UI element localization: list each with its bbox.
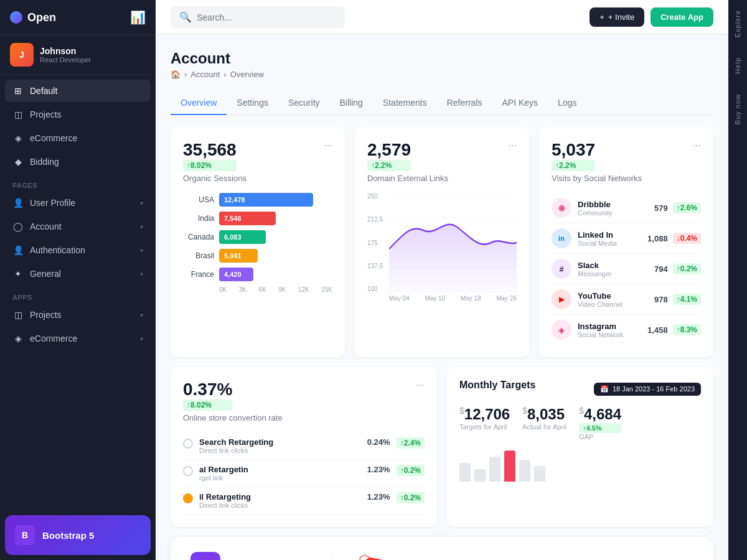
chevron-down-icon: ▾ (140, 335, 143, 342)
bar-brasil: 5,041 (219, 249, 258, 263)
social-item-linkedin: in Linked In Social Media 1,088 ↓0.4% (552, 223, 701, 254)
tab-api-keys[interactable]: API Keys (492, 91, 548, 115)
search-input[interactable] (197, 12, 336, 22)
mini-bar (519, 460, 530, 482)
actual-label: Actual for April (522, 423, 566, 431)
topbar: 🔍 + + Invite Create App (156, 0, 728, 35)
more-options-icon[interactable]: ··· (693, 140, 701, 151)
conversion-rate-card: 0.37% ↑8.02% ··· Online store convertion… (171, 367, 437, 527)
conv-item-sub: Direct link clicks (199, 447, 273, 454)
gap: $4,684 ↑4.5% GAP (579, 406, 621, 441)
social-badge: ↑8.3% (673, 324, 701, 335)
breadcrumb-account[interactable]: Account (190, 70, 220, 79)
sidebar-item-ecommerce[interactable]: ◈ eCommerce (5, 127, 151, 149)
sidebar-item-general[interactable]: ✦ General ▾ (5, 263, 151, 285)
social-value: 579 (654, 203, 668, 213)
search-bar[interactable]: 🔍 (171, 6, 345, 28)
sidebar-item-label: Projects (30, 110, 62, 119)
mini-bar-highlight (504, 450, 515, 482)
buy-now-label[interactable]: Buy now (729, 84, 746, 134)
framework-overlay: B Bootstrap 5 Laravel (171, 537, 713, 560)
tab-statements[interactable]: Statements (373, 91, 437, 115)
sidebar-item-projects[interactable]: ◫ Projects (5, 103, 151, 126)
user-name: Johnson (40, 46, 91, 56)
conv-item: Search Retargeting Direct link clicks 0.… (183, 432, 425, 460)
tab-security[interactable]: Security (278, 91, 330, 115)
sidebar-item-label: User Profile (30, 198, 75, 208)
bootstrap-item: B Bootstrap 5 (190, 552, 306, 560)
bootstrap-label: Bootstrap 5 (42, 530, 94, 541)
calendar-icon: 📅 (600, 385, 609, 393)
targets-values: $12,706 Targets for April $8,035 Actual … (459, 406, 701, 441)
social-badge: ↑2.6% (673, 202, 701, 213)
conv-item-sub: Direct link clicks (199, 502, 251, 509)
conv-pct: 1.23% (367, 492, 390, 502)
social-value: 1,458 (647, 325, 668, 335)
social-value: 794 (654, 264, 668, 274)
social-item-instagram: ◈ Instagram Social Network 1,458 ↑8.3% (552, 315, 701, 345)
chevron-down-icon: ▾ (140, 200, 143, 207)
chart-area (389, 193, 517, 292)
social-type: Community (578, 209, 613, 217)
actual-april: $8,035 Actual for April (522, 406, 566, 441)
grid-icon: ⊞ (12, 85, 24, 96)
tab-settings[interactable]: Settings (227, 91, 278, 115)
sidebar-item-ecommerce-app[interactable]: ◈ eCommerce ▾ (5, 327, 151, 350)
social-networks-label: Visits by Social Networks (552, 174, 701, 183)
sidebar-item-label: Default (30, 86, 57, 96)
social-name: YouTube (578, 291, 622, 301)
tab-overview[interactable]: Overview (171, 91, 227, 115)
sidebar-item-default[interactable]: ⊞ Default (5, 80, 151, 102)
bottom-grid: 0.37% ↑8.02% ··· Online store convertion… (171, 367, 713, 527)
bootstrap-logo: B (15, 525, 35, 545)
conv-circle (183, 439, 193, 449)
chevron-down-icon: ▾ (140, 271, 143, 278)
pages-section-label: PAGES (5, 174, 151, 192)
sidebar-item-account[interactable]: ◯ Account ▾ (5, 215, 151, 238)
social-networks-badge: ↑2.2% (552, 160, 595, 171)
sidebar-item-user-profile[interactable]: 👤 User Profile ▾ (5, 192, 151, 214)
sidebar-header: Open 📊 (0, 0, 156, 35)
help-label[interactable]: Help (729, 47, 746, 84)
projects-icon: ◫ (12, 109, 24, 120)
plus-icon: + (599, 12, 604, 22)
conv-item-badge: ↑2.4% (397, 437, 425, 449)
sidebar-item-bidding[interactable]: ◆ Bidding (5, 151, 151, 173)
invite-button[interactable]: + + Invite (590, 7, 644, 27)
sidebar-item-authentication[interactable]: 👤 Authentication ▾ (5, 239, 151, 261)
tab-logs[interactable]: Logs (548, 91, 586, 115)
targets-title: Monthly Targets (459, 380, 535, 391)
chart-icon[interactable]: 📊 (130, 10, 146, 25)
chevron-down-icon: ▾ (140, 223, 143, 230)
more-options-icon[interactable]: ··· (509, 140, 517, 151)
targets-april: $12,706 Targets for April (459, 406, 510, 441)
bidding-icon: ◆ (12, 156, 24, 167)
auth-icon: 👤 (12, 245, 24, 256)
create-app-button[interactable]: Create App (651, 7, 713, 27)
tab-billing[interactable]: Billing (330, 91, 373, 115)
tab-referrals[interactable]: Referrals (437, 91, 492, 115)
gap-label: GAP (579, 433, 621, 441)
social-list: ◉ Dribbble Community 579 ↑2.6% (552, 193, 701, 345)
social-badge: ↑0.2% (673, 263, 701, 274)
social-type: Social Media (578, 240, 617, 247)
more-options-icon[interactable]: ··· (324, 140, 332, 151)
more-options-icon[interactable]: ··· (416, 380, 425, 391)
user-info: Johnson React Developer (40, 46, 91, 63)
explore-label[interactable]: Explore (729, 0, 746, 47)
logo-dot-icon (10, 11, 22, 24)
instagram-icon: ◈ (552, 320, 571, 340)
breadcrumb-current: Overview (230, 70, 264, 79)
social-value: 978 (654, 295, 668, 304)
monthly-targets-card: Monthly Targets 📅 18 Jan 2023 - 16 Feb 2… (447, 367, 713, 527)
country-label: India (183, 214, 214, 223)
actual-sup: $ (522, 406, 527, 416)
conv-item-badge: ↑0.2% (397, 465, 425, 476)
social-type: Social Network (578, 331, 623, 338)
social-badge: ↓0.4% (673, 233, 701, 244)
sidebar-item-projects-app[interactable]: ◫ Projects ▾ (5, 304, 151, 326)
domain-external-card: 2,579 ↑2.2% ··· Domain External Links 25… (355, 128, 529, 357)
user-profile-section: J Johnson React Developer (0, 35, 156, 75)
laravel-logo-icon (357, 552, 387, 560)
organic-sessions-card: 35,568 ↑8.02% ··· Organic Sessions USA 1… (171, 128, 345, 357)
